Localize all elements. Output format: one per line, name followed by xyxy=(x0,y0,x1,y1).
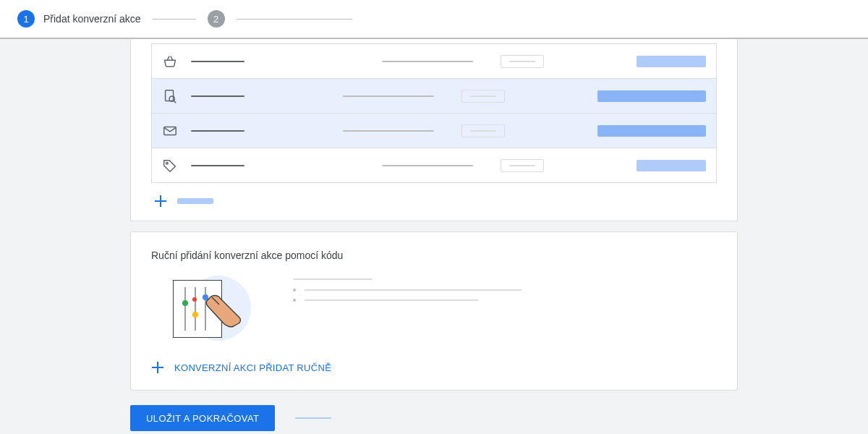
conversion-table xyxy=(151,43,717,183)
row-desc-placeholder xyxy=(382,165,473,166)
row-value-box[interactable] xyxy=(461,124,505,137)
manual-description xyxy=(293,277,717,309)
row-status-badge xyxy=(597,90,706,102)
step-1[interactable]: 1 Přidat konverzní akce xyxy=(17,10,141,27)
row-name-placeholder xyxy=(191,165,244,166)
search-doc-icon xyxy=(162,88,178,104)
envelope-icon xyxy=(162,123,178,139)
conversion-list-card xyxy=(130,39,738,221)
row-status-badge xyxy=(637,56,706,67)
desc-bullet-placeholder xyxy=(305,289,522,291)
tag-icon xyxy=(162,158,178,174)
svg-rect-2 xyxy=(164,127,176,135)
row-desc-placeholder xyxy=(343,95,434,97)
row-desc-placeholder xyxy=(343,130,434,132)
conversion-row-search[interactable] xyxy=(152,78,716,113)
conversion-row-basket[interactable] xyxy=(152,43,716,78)
step-1-label: Přidat konverzní akce xyxy=(43,13,141,25)
conversion-row-tag[interactable] xyxy=(152,148,716,182)
add-manual-label: KONVERZNÍ AKCI PŘIDAT RUČNĚ xyxy=(174,362,331,373)
stepper-header: 1 Přidat konverzní akce 2 xyxy=(0,0,868,39)
row-status-badge xyxy=(637,160,706,171)
add-row-placeholder xyxy=(177,198,213,204)
basket-icon xyxy=(162,54,178,69)
plus-icon xyxy=(151,361,164,374)
sliders-illustration xyxy=(173,277,252,341)
desc-line-placeholder xyxy=(293,278,373,280)
step-1-badge: 1 xyxy=(17,10,35,27)
desc-bullet-placeholder xyxy=(305,299,478,301)
row-status-badge xyxy=(597,125,706,137)
add-manual-button[interactable]: KONVERZNÍ AKCI PŘIDAT RUČNĚ xyxy=(151,361,717,374)
step-trail xyxy=(237,19,352,20)
row-name-placeholder xyxy=(191,130,244,132)
step-2-badge: 2 xyxy=(208,10,225,27)
add-conversion-row[interactable] xyxy=(151,195,717,208)
row-value-box[interactable] xyxy=(501,159,544,172)
manual-card-title: Ruční přidání konverzní akce pomocí kódu xyxy=(151,250,717,261)
row-desc-placeholder xyxy=(382,61,473,62)
step-2[interactable]: 2 xyxy=(208,10,225,27)
step-connector xyxy=(153,19,196,20)
svg-point-3 xyxy=(166,162,169,164)
manual-add-card: Ruční přidání konverzní akce pomocí kódu xyxy=(130,231,738,391)
conversion-row-envelope[interactable] xyxy=(152,113,716,148)
footer-actions: ULOŽIT A POKRAČOVAT xyxy=(130,405,738,434)
manual-illustration-row xyxy=(151,277,717,341)
save-continue-button[interactable]: ULOŽIT A POKRAČOVAT xyxy=(130,405,275,431)
row-value-box[interactable] xyxy=(501,55,544,68)
secondary-action-placeholder[interactable] xyxy=(295,417,331,419)
main-content: Ruční přidání konverzní akce pomocí kódu xyxy=(130,39,738,434)
row-name-placeholder xyxy=(191,61,244,62)
plus-icon xyxy=(154,195,167,208)
row-name-placeholder xyxy=(191,95,244,97)
hand-icon xyxy=(205,292,248,328)
row-value-box[interactable] xyxy=(461,90,505,103)
